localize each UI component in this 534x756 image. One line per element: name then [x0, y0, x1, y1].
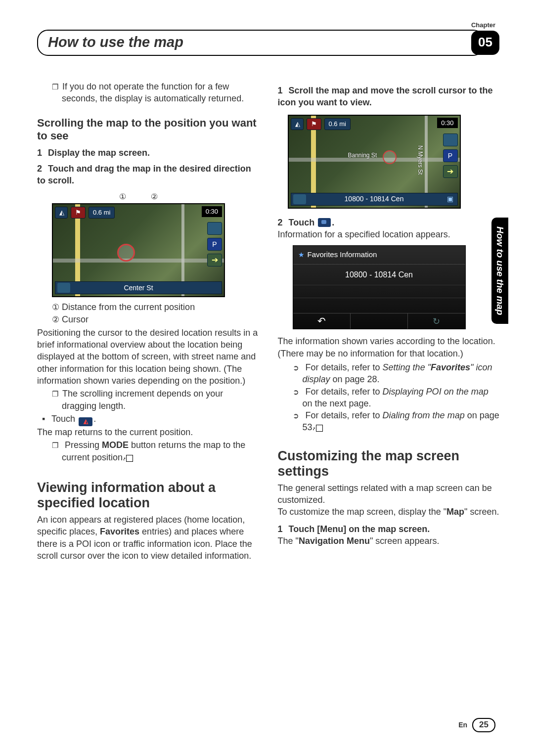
- cursor-ring-icon: [117, 244, 135, 262]
- note-scroll-increment: The scrolling increment depends on your …: [52, 388, 259, 412]
- ref-displaying-poi: For details, refer to Displaying POI on …: [293, 386, 500, 410]
- ref1-it1: Setting the ": [383, 362, 431, 372]
- touch-a-pre: Touch: [51, 414, 78, 424]
- paragraph-viewing-info: An icon appears at registered places (ho…: [37, 514, 259, 562]
- favorites-address: 10800 - 10814 Cen: [293, 265, 465, 286]
- refresh-icon: ↻: [433, 315, 440, 327]
- paragraph-custom-1: The general settings related with a map …: [278, 482, 500, 506]
- step-1-scroll-to-icon: 1Scroll the map and move the scroll curs…: [278, 85, 500, 109]
- paragraph-cursor-info: Positioning the cursor to the desired lo…: [37, 327, 259, 387]
- ref2-it: Displaying POI on the map: [383, 387, 489, 397]
- note-mode-bold: MODE: [102, 440, 129, 450]
- figure-map-scroll: ① ② ◭ ⚑ 0.6 mi 0:30 P ➔: [52, 191, 225, 297]
- nav-menu-appears: The "Navigation Menu" screen appears.: [278, 535, 500, 547]
- page-title: How to use the map: [37, 30, 484, 56]
- navmenu-post: " screen appears.: [370, 536, 439, 546]
- footer-page-number: 25: [472, 718, 495, 732]
- callout-1: ①: [119, 191, 126, 202]
- info-appears-text: Information for a specified location app…: [278, 228, 500, 240]
- flag-icon: ⚑: [307, 118, 321, 130]
- time-chip: 0:30: [437, 118, 457, 129]
- step-custom-text: Touch [Menu] on the map screen.: [289, 524, 430, 534]
- step-2-text: Touch and drag the map in the desired di…: [37, 164, 251, 185]
- map-side-icon: [207, 222, 222, 235]
- ref3-it: Dialing from the map: [383, 410, 465, 420]
- heading-customizing: Customizing the map screen settings: [278, 448, 500, 479]
- map-side-icon: [443, 133, 458, 146]
- viewing-bold: Favorites: [100, 527, 139, 536]
- step-2-touch-drag: 2Touch and drag the map in the desired d…: [37, 163, 259, 187]
- ref1-pre: For details, refer to: [306, 362, 383, 372]
- ref1-bold: Favorites: [431, 362, 470, 372]
- side-tab: How to use the map: [491, 218, 508, 324]
- navmenu-bold: Navigation Menu: [299, 536, 370, 546]
- step2-pre: Touch: [289, 218, 317, 227]
- ref2-pre: For details, refer to: [306, 387, 383, 397]
- step-1-touch-menu: 1Touch [Menu] on the map screen.: [278, 523, 500, 535]
- note-mode-button: Pressing MODE button returns the map to …: [52, 439, 259, 463]
- info-badge-icon: ▣: [447, 194, 453, 204]
- parking-icon: P: [207, 238, 222, 251]
- legend-1-text: Distance from the current position: [62, 302, 195, 312]
- page-header: How to use the map 05: [37, 30, 499, 56]
- ref1-post: on page 28.: [330, 374, 380, 384]
- street-label-1: Banning St: [348, 151, 377, 159]
- map-mode-icon: [57, 283, 70, 293]
- compass-icon: ◭: [55, 207, 68, 219]
- map-screenshot-2: ◭ ⚑ 0.6 mi 0:30 P ➔ Banning St N Myers S…: [288, 115, 461, 209]
- touch-a-post: .: [93, 414, 96, 424]
- street-label-2: N Myers St: [416, 145, 424, 175]
- heading-viewing-info: Viewing information about a specified lo…: [37, 480, 259, 511]
- distance-chip: 0.6 mi: [324, 118, 351, 130]
- paragraph-info-varies: The information shown varies according t…: [278, 335, 500, 359]
- time-chip: 0:30: [202, 206, 222, 217]
- info-icon: [318, 218, 331, 227]
- end-mark-icon: ▪: [126, 455, 133, 462]
- favorites-info-screenshot: ★ Favorites Information 10800 - 10814 Ce…: [293, 245, 466, 329]
- legend-2: ② Cursor: [52, 313, 259, 326]
- return-to-current: The map returns to the current position.: [37, 426, 259, 438]
- note-auto-return: If you do not operate the function for a…: [52, 81, 259, 105]
- ref-favorites-icon: For details, refer to Setting the "Favor…: [293, 361, 500, 386]
- legend-2-text: Cursor: [62, 314, 89, 324]
- distance-chip: 0.6 mi: [89, 207, 115, 219]
- figure-map-icon: ◭ ⚑ 0.6 mi 0:30 P ➔ Banning St N Myers S…: [288, 115, 461, 209]
- footer-lang: En: [458, 720, 467, 730]
- note-mode-pre: Pressing: [65, 440, 102, 450]
- page-footer: En 25: [458, 718, 495, 732]
- map-bottom-address: 10800 - 10814 Cen: [345, 194, 404, 204]
- legend-1: ① Distance from the current position: [52, 301, 259, 313]
- step-1-right-text: Scroll the map and move the scroll curso…: [278, 86, 493, 107]
- map-screenshot-1: ◭ ⚑ 0.6 mi 0:30 P ➔ Center St: [52, 203, 225, 297]
- right-column: 1Scroll the map and move the scroll curs…: [278, 81, 500, 562]
- step-2-touch-info: 2Touch .: [278, 217, 500, 228]
- parking-icon: P: [443, 149, 458, 162]
- ref-dialing-from-map: For details, refer to Dialing from the m…: [293, 409, 500, 434]
- custom2-post: " screen.: [464, 507, 499, 517]
- navmenu-pre: The ": [278, 536, 299, 546]
- favorites-title: Favorites Information: [308, 250, 377, 260]
- paragraph-custom-2: To customize the map screen, display the…: [278, 506, 500, 518]
- arrow-icon: ➔: [443, 165, 458, 178]
- arrow-icon: ➔: [207, 254, 222, 267]
- map-bottom-street: Center St: [124, 283, 153, 293]
- ref2-post: on the next page.: [303, 399, 371, 408]
- chapter-number-badge: 05: [471, 31, 499, 55]
- flag-icon: ⚑: [71, 207, 86, 219]
- step-1-display-map: 1Display the map screen.: [37, 147, 259, 159]
- custom2-bold: Map: [446, 507, 464, 517]
- chapter-label: Chapter: [471, 21, 495, 30]
- callout-2: ②: [151, 191, 158, 202]
- end-mark-icon: ▪: [316, 425, 323, 432]
- left-column: If you do not operate the function for a…: [37, 81, 259, 562]
- star-icon: ★: [298, 250, 305, 260]
- touch-a-line: Touch ◭.: [42, 413, 259, 426]
- cursor-ring-icon: [383, 150, 397, 164]
- heading-scrolling: Scrolling the map to the position you wa…: [37, 117, 259, 143]
- map-mode-icon: [293, 194, 306, 204]
- compass-icon: ◭: [291, 118, 304, 130]
- custom2-pre: To customize the map screen, display the…: [278, 507, 447, 517]
- step2-post: .: [332, 218, 334, 227]
- step-1-text: Display the map screen.: [48, 148, 150, 158]
- back-icon: ↶: [317, 314, 326, 328]
